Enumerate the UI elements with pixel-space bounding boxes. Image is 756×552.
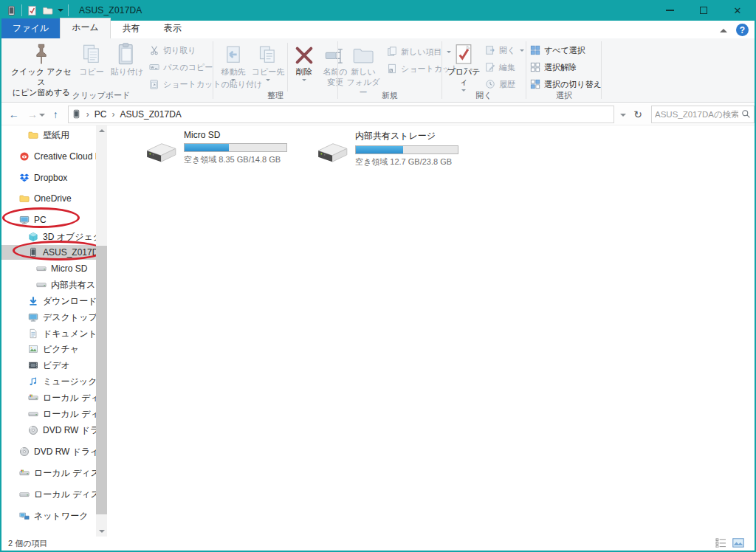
copy-to-button[interactable]: コピー先 [251, 41, 285, 83]
copy-button[interactable]: コピー [77, 41, 106, 77]
usage-bar [184, 143, 287, 152]
open-small-buttons: 開く 編集 履歴 [485, 44, 524, 92]
ribbon: クイック アクセス にピン留めする コピー 貼り付け [1, 38, 755, 103]
sidebar-item-local-disk-c[interactable]: ローカル ディスク (C [1, 390, 96, 405]
sidebar-item-local-disk-d-2[interactable]: ローカル ディスク (D:) [1, 487, 96, 502]
open-button[interactable]: 開く [485, 44, 524, 58]
sidebar-item-dropbox[interactable]: Dropbox [1, 170, 96, 185]
maximize-button[interactable] [687, 0, 721, 21]
sidebar-item-internal-storage[interactable]: 内部共有ストレー [1, 277, 96, 292]
ribbon-tab-row: ファイル ホーム 共有 表示 [1, 21, 755, 38]
minimize-button[interactable] [653, 0, 687, 21]
edit-button[interactable]: 編集 [485, 61, 524, 75]
sidebar-item-dvd-drive[interactable]: DVD RW ドライブ ( [1, 423, 96, 438]
drive-windows-icon [28, 393, 38, 403]
up-icon[interactable] [47, 108, 65, 120]
window-controls [653, 0, 755, 21]
breadcrumb-pc[interactable]: PC [94, 109, 107, 120]
usage-fill [185, 144, 229, 151]
sidebar-item-videos[interactable]: ビデオ [1, 358, 96, 373]
scroll-down-icon[interactable] [99, 530, 105, 533]
new-folder-icon[interactable] [42, 5, 53, 16]
sidebar-item-pictures[interactable]: ピクチャ [1, 342, 96, 356]
drive-tile-micro-sd[interactable]: Micro SD 空き領域 8.35 GB/14.8 GB [144, 130, 314, 168]
sidebar-item-desktop[interactable]: デスクトップ [1, 310, 96, 325]
pictures-icon [28, 344, 38, 354]
collapse-ribbon-icon[interactable] [720, 25, 727, 32]
sidebar-item-onedrive[interactable]: OneDrive [1, 191, 96, 206]
help-icon[interactable] [736, 24, 749, 36]
new-folder-button[interactable]: 新しい フォルダー [343, 41, 384, 97]
sidebar-item-micro-sd[interactable]: Micro SD [1, 261, 96, 276]
desktop-icon [28, 312, 38, 322]
sidebar-item-asus-z017da[interactable]: ASUS_Z017DA [1, 245, 96, 260]
sidebar-item-documents[interactable]: ドキュメント [1, 326, 96, 341]
item-count: 2 個の項目 [1, 538, 47, 549]
tab-file[interactable]: ファイル [1, 18, 60, 38]
explorer-app-icon[interactable] [6, 5, 17, 16]
sidebar-item-downloads[interactable]: ダウンロード [1, 294, 96, 308]
content-area: 壁紙用 Creative Cloud File Dropbox OneDrive… [1, 125, 755, 537]
scroll-up-icon[interactable] [99, 129, 105, 132]
refresh-icon[interactable] [633, 108, 642, 120]
group-clipboard: クイック アクセス にピン留めする コピー 貼り付け [1, 38, 213, 102]
search-icon[interactable] [741, 109, 754, 119]
open-icon [485, 45, 495, 57]
copy-path-icon [149, 62, 159, 74]
sidebar-item-network[interactable]: ネットワーク [1, 508, 96, 523]
music-icon [28, 376, 38, 387]
crumb-separator [106, 109, 120, 120]
open-caret [520, 49, 524, 54]
history-icon [485, 79, 495, 91]
drive-tile-internal-storage[interactable]: 内部共有ストレージ 空き領域 12.7 GB/23.8 GB [315, 130, 485, 168]
drive-icon [36, 263, 47, 274]
address-row: PC ASUS_Z017DA [1, 103, 755, 125]
back-icon[interactable] [4, 108, 23, 120]
move-to-button[interactable]: 移動先 [217, 41, 250, 83]
sidebar-item-pc[interactable]: PC [1, 213, 96, 227]
sidebar-item-local-disk-c-2[interactable]: ローカル ディスク (C:) [1, 466, 96, 480]
group-label-new: 新規 [338, 90, 441, 101]
properties-button[interactable]: プロパティ [445, 41, 482, 94]
invert-selection-icon [530, 79, 540, 91]
minimize-icon [666, 10, 674, 11]
select-all-button[interactable]: すべて選択 [530, 44, 602, 58]
select-none-button[interactable]: 選択解除 [530, 61, 602, 75]
thumbnail-view-icon[interactable] [732, 538, 744, 549]
tab-share[interactable]: 共有 [111, 19, 152, 38]
sidebar-item-dvd-drive-e[interactable]: DVD RW ドライブ (E [1, 444, 96, 459]
quick-access-toolbar [1, 4, 69, 16]
tab-home[interactable]: ホーム [60, 18, 111, 38]
delete-button[interactable]: 削除 [290, 41, 318, 83]
pin-to-quick-access-button[interactable]: クイック アクセス にピン留めする [7, 41, 75, 97]
tab-view[interactable]: 表示 [152, 19, 193, 38]
customize-qat-caret[interactable] [58, 9, 63, 15]
close-button[interactable] [721, 0, 755, 21]
qat-separator [68, 4, 69, 16]
address-dropdown-icon[interactable] [620, 114, 626, 120]
sidebar-item-creative-cloud[interactable]: Creative Cloud File [1, 149, 96, 164]
move-to-icon [223, 41, 244, 66]
storage-drive-icon [144, 140, 178, 168]
disc-icon [28, 425, 38, 435]
scrollbar-thumb[interactable] [96, 246, 107, 514]
search-box [651, 106, 755, 123]
properties-icon[interactable] [27, 5, 38, 16]
drive-icon [28, 409, 38, 419]
address-bar[interactable]: PC ASUS_Z017DA [68, 106, 615, 123]
paste-icon [117, 41, 137, 66]
usage-bar [355, 145, 458, 154]
details-view-icon[interactable] [715, 538, 726, 549]
search-input[interactable] [652, 110, 741, 119]
sidebar-item-wallpaper-folder[interactable]: 壁紙用 [1, 128, 96, 142]
phone-icon [28, 247, 38, 258]
recent-locations-caret[interactable] [39, 114, 45, 120]
paste-button[interactable]: 貼り付け [108, 41, 146, 77]
sidebar-item-local-disk-d[interactable]: ローカル ディスク (D [1, 407, 96, 421]
sidebar-item-3d-objects[interactable]: 3D オブジェクト [1, 230, 96, 244]
navigation-pane: 壁紙用 Creative Cloud File Dropbox OneDrive… [1, 125, 107, 537]
breadcrumb-current[interactable]: ASUS_Z017DA [120, 109, 181, 120]
sidebar-item-music[interactable]: ミュージック [1, 374, 96, 389]
sidebar-scrollbar[interactable] [96, 125, 107, 537]
group-organize: 移動先 コピー先 削除 名 [213, 38, 337, 102]
